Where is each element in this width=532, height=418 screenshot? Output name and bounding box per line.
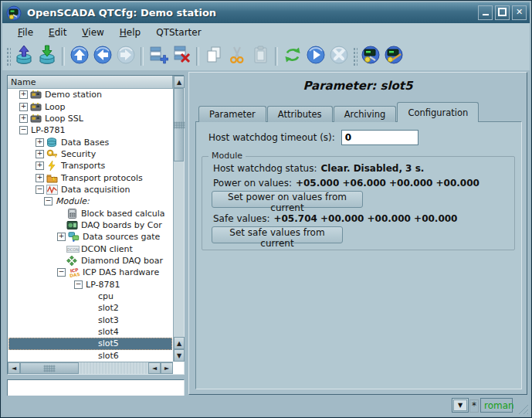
- copy-item-button[interactable]: [202, 45, 225, 68]
- tree-item-cpu[interactable]: cpu: [8, 291, 172, 302]
- app-icon: [6, 5, 22, 21]
- watchdog-timeout-input[interactable]: [341, 130, 418, 145]
- expand-icon[interactable]: +: [36, 150, 44, 158]
- menu-item-qtstarter[interactable]: QTStarter: [148, 25, 208, 40]
- tab-parameter[interactable]: Parameter: [198, 106, 266, 122]
- tree-panel: Name +Demo station+Loop+Loop SSL−LP-8781…: [7, 75, 185, 375]
- tree-item-lp-8781[interactable]: −LP-8781: [8, 124, 172, 136]
- vertical-scroll-thumb[interactable]: [174, 88, 184, 161]
- item-add-icon: [148, 45, 168, 68]
- db-save-icon: [37, 45, 57, 68]
- expand-icon[interactable]: +: [36, 174, 44, 182]
- save-to-db-button[interactable]: [36, 45, 59, 68]
- tree-rows: +Demo station+Loop+Loop SSL−LP-8781+Data…: [8, 89, 172, 362]
- delete-item-button[interactable]: [170, 45, 193, 68]
- title-bar[interactable]: OpenSCADA QTCfg: Demo station ✕: [2, 2, 530, 24]
- tree-item-loop-ssl[interactable]: +Loop SSL: [8, 113, 172, 124]
- qtstarter-modify-button[interactable]: [382, 45, 405, 68]
- scroll-left2-icon[interactable]: ◄: [148, 362, 161, 374]
- tree-item-slot2[interactable]: slot2: [8, 302, 172, 314]
- comedi-icon: [66, 220, 80, 230]
- tree-item-slot6[interactable]: slot6: [8, 350, 172, 362]
- safe-values-value: +05.704 +00.000 +00.000 +00.000: [273, 213, 457, 224]
- toolbar-separator: [62, 47, 65, 66]
- tree-item-diamond-daq-boar[interactable]: Diamond DAQ boar: [8, 255, 172, 267]
- tree-item-slot3[interactable]: slot3: [8, 314, 172, 326]
- tree-item-daq-boards-by-cor[interactable]: DAQ boards by Cor: [8, 219, 172, 231]
- close-button[interactable]: ✕: [512, 5, 527, 20]
- tree-item-security[interactable]: +Security: [8, 148, 172, 160]
- tree-item-loop[interactable]: +Loop: [8, 100, 172, 112]
- tab-archiving[interactable]: Archiving: [334, 106, 397, 122]
- search-input[interactable]: [7, 379, 185, 396]
- user-badge[interactable]: roman: [480, 398, 513, 413]
- refresh-button[interactable]: [281, 45, 304, 68]
- circle-right-icon: [116, 45, 136, 68]
- vertical-scrollbar[interactable]: ▲ ▲ ▼: [173, 76, 184, 362]
- watchdog-status-row: Host watchdog status:Clear. Disabled, 3 …: [213, 163, 424, 174]
- scroll-track[interactable]: [79, 362, 148, 374]
- toolbar-handle[interactable]: [352, 46, 357, 66]
- cut-item-button[interactable]: [225, 45, 249, 68]
- tree-item-data-bases[interactable]: +Data Bases: [8, 136, 172, 148]
- calc-icon: [66, 209, 80, 219]
- horizontal-scrollbar[interactable]: ◄ ◄ ►: [8, 362, 173, 374]
- add-item-button[interactable]: [147, 45, 170, 68]
- circle-left-icon: [93, 45, 113, 68]
- watchdog-status-value: Clear. Disabled, 3 s.: [321, 163, 425, 174]
- qtstarter-config-button[interactable]: [359, 45, 382, 68]
- tree-item-transports[interactable]: +Transports: [8, 160, 172, 172]
- collapse-icon[interactable]: −: [36, 185, 44, 194]
- start-update-button[interactable]: [304, 45, 327, 68]
- tree-item-data-sources-gate[interactable]: +Data sources gate: [8, 231, 172, 243]
- load-from-db-button[interactable]: [12, 45, 36, 68]
- scroll-up2-icon[interactable]: ▲: [174, 337, 185, 349]
- tree-item-slot4[interactable]: slot4: [8, 326, 172, 338]
- tree-item-module[interactable]: −Module:: [8, 195, 172, 207]
- scroll-up-icon[interactable]: ▲: [174, 76, 185, 88]
- scroll-right-icon[interactable]: ►: [161, 362, 173, 374]
- svg-text:DAS: DAS: [69, 272, 80, 277]
- horizontal-scroll-thumb[interactable]: [20, 362, 79, 374]
- tree-item-data-acquisition[interactable]: −Data acquisition: [8, 184, 172, 195]
- expand-icon[interactable]: +: [36, 161, 44, 170]
- toolbar-separator: [141, 47, 144, 66]
- menu-item-view[interactable]: View: [74, 25, 111, 40]
- tree-item-transport-protocols[interactable]: +Transport protocols: [8, 172, 172, 183]
- resize-grip[interactable]: [517, 403, 528, 414]
- previous-button[interactable]: [91, 45, 114, 68]
- tree-header[interactable]: Name: [8, 76, 173, 89]
- stop-icon: [329, 45, 349, 68]
- menu-item-help[interactable]: Help: [112, 25, 148, 40]
- circle-up-icon: [69, 45, 90, 68]
- expand-icon[interactable]: +: [19, 114, 28, 123]
- maximize-button[interactable]: [495, 5, 510, 20]
- tree-item-lp-8781[interactable]: −LP-8781: [8, 279, 172, 291]
- tree-item-block-based-calcula[interactable]: Block based calcula: [8, 207, 172, 219]
- set-power-on-values-button[interactable]: Set power on values from current: [212, 191, 363, 208]
- up-button[interactable]: [68, 45, 91, 68]
- status-dropdown-button[interactable]: ▼: [452, 398, 469, 413]
- tree-item-icp-das-hardware[interactable]: −ICPDASICP DAS hardware: [8, 267, 172, 278]
- tree-item-dcon-client[interactable]: DCONDCON client: [8, 243, 172, 254]
- tree-item-demo-station[interactable]: +Demo station: [8, 89, 172, 100]
- tree-item-slot5[interactable]: slot5: [8, 338, 172, 349]
- expand-icon[interactable]: +: [36, 138, 44, 147]
- menu-item-file[interactable]: File: [10, 25, 41, 40]
- scroll-down-icon[interactable]: ▼: [174, 349, 185, 362]
- collapse-icon[interactable]: −: [57, 268, 66, 277]
- collapse-icon[interactable]: −: [44, 197, 53, 206]
- toolbar-handle[interactable]: [5, 46, 11, 66]
- tab-attributes[interactable]: Attributes: [267, 106, 333, 122]
- expand-icon[interactable]: +: [57, 233, 66, 241]
- menu-item-edit[interactable]: Edit: [41, 25, 74, 40]
- configuration-tab-content: Host watchdog timeout (s): Module Host w…: [195, 121, 522, 389]
- collapse-icon[interactable]: −: [74, 280, 83, 289]
- expand-icon[interactable]: +: [19, 103, 28, 111]
- collapse-icon[interactable]: −: [19, 126, 28, 134]
- tab-configuration[interactable]: Configuration: [397, 102, 479, 122]
- expand-icon[interactable]: +: [19, 90, 28, 99]
- scroll-left-icon[interactable]: ◄: [8, 362, 20, 374]
- set-safe-values-button[interactable]: Set safe values from current: [212, 226, 343, 243]
- minimize-button[interactable]: [478, 5, 493, 20]
